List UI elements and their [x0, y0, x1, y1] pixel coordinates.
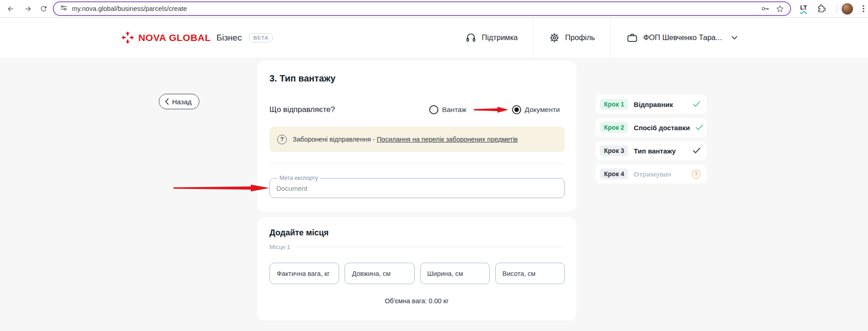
- step-label: Отримувач: [634, 170, 671, 178]
- chevron-left-icon: [165, 98, 169, 105]
- browser-toolbar: my.nova.global/business/parcels/create L…: [0, 0, 868, 18]
- profile-button[interactable]: Профіль: [549, 32, 595, 43]
- url-bar[interactable]: my.nova.global/business/parcels/create: [53, 1, 791, 16]
- place-1-label: Місце 1: [269, 244, 290, 250]
- step-badge: Крок 3: [600, 145, 628, 156]
- languagetool-extension-icon[interactable]: LT: [800, 4, 807, 11]
- length-input[interactable]: [345, 263, 414, 284]
- support-label: Підтримка: [482, 33, 518, 42]
- browser-profile-avatar[interactable]: [842, 3, 853, 15]
- step-3-cargo-type[interactable]: Крок 3 Тип вантажу ?: [595, 141, 707, 160]
- toolbar-divider: [837, 4, 837, 14]
- page-content: Назад 3. Тип вантажу Що відправляєте? Ва…: [0, 57, 868, 331]
- export-purpose-label: Мета експорту: [277, 175, 320, 181]
- place-1-row: Місце 1: [269, 244, 565, 250]
- back-button-label: Назад: [172, 98, 192, 106]
- radio-cargo[interactable]: [429, 105, 438, 114]
- back-icon[interactable]: [5, 4, 15, 14]
- export-purpose-input[interactable]: [270, 178, 564, 198]
- check-icon: [693, 148, 700, 154]
- prohibited-items-link[interactable]: Посилання на перелік заборонених предмет…: [377, 136, 518, 143]
- radio-cargo-label[interactable]: Вантаж: [442, 106, 466, 114]
- nav-divider: [610, 18, 611, 57]
- step-badge: Крок 4: [600, 168, 628, 179]
- step-badge: Крок 1: [600, 99, 628, 110]
- site-info-icon[interactable]: [60, 4, 67, 13]
- radio-documents[interactable]: [512, 105, 521, 114]
- back-button[interactable]: Назад: [159, 94, 199, 109]
- app-header: NOVA GLOBAL Бізнес BETA Підтримка Профіл…: [0, 18, 868, 57]
- forward-icon[interactable]: [23, 4, 33, 14]
- briefcase-icon: [626, 32, 638, 44]
- account-label: ФОП Шевченко Тара...: [643, 33, 722, 42]
- headset-icon: [465, 32, 477, 43]
- step-status-icon: ?: [692, 170, 700, 178]
- extensions-puzzle-icon[interactable]: [817, 4, 826, 15]
- send-type-question: Що відправляєте?: [269, 105, 335, 114]
- radio-documents-label[interactable]: Документи: [525, 106, 560, 114]
- question-circle-icon: ?: [277, 135, 287, 144]
- cargo-card-title: 3. Тип вантажу: [269, 73, 335, 84]
- profile-label: Профіль: [565, 33, 595, 42]
- steps-sidebar: Крок 1 Відправник ? Крок 2 Спосіб достав…: [595, 95, 707, 188]
- password-key-icon[interactable]: [760, 4, 770, 14]
- step-label: Відправник: [634, 101, 673, 108]
- step-status-icon: ?: [695, 124, 703, 131]
- step-status-icon: ?: [693, 148, 700, 154]
- dimension-inputs: [269, 263, 565, 284]
- step-4-receiver[interactable]: Крок 4 Отримувач ?: [595, 164, 707, 183]
- nova-global-move-icon: [122, 31, 134, 44]
- section-divider: [269, 163, 565, 163]
- beta-badge: BETA: [249, 33, 273, 42]
- question-pending-icon: ?: [692, 170, 700, 178]
- check-icon: [695, 124, 703, 131]
- height-input[interactable]: [495, 263, 565, 284]
- places-card-title: Додайте місця: [269, 228, 329, 238]
- bookmark-star-icon[interactable]: [775, 4, 785, 14]
- step-status-icon: ?: [693, 101, 700, 107]
- width-input[interactable]: [420, 263, 490, 284]
- step-label: Спосіб доставки: [634, 124, 690, 132]
- chevron-down-icon: [731, 36, 737, 40]
- header-nav: Підтримка Профіль ФОП Шевченко Тара...: [465, 18, 737, 57]
- red-arrow-annotation: [474, 107, 508, 113]
- cargo-type-card: 3. Тип вантажу Що відправляєте? Вантаж Д…: [257, 61, 576, 212]
- actual-weight-input[interactable]: [269, 263, 339, 284]
- red-arrow-annotation: [173, 184, 269, 192]
- step-1-sender[interactable]: Крок 1 Відправник ?: [595, 95, 707, 114]
- step-2-delivery-method[interactable]: Крок 2 Спосіб доставки ?: [595, 118, 707, 137]
- nav-divider: [533, 18, 533, 57]
- place-divider-line: [296, 247, 565, 247]
- support-button[interactable]: Підтримка: [465, 32, 518, 43]
- browser-menu-icon[interactable]: [859, 4, 868, 15]
- volume-weight-text: Об'ємна вага: 0.00 кг: [257, 297, 576, 305]
- send-type-options: Вантаж Документи: [429, 105, 560, 114]
- gear-icon: [549, 32, 560, 43]
- check-icon: [693, 101, 700, 107]
- reload-icon[interactable]: [39, 4, 49, 14]
- banner-text: Заборонені відправлення - Посилання на п…: [293, 136, 518, 143]
- send-type-row: Що відправляєте? Вантаж Документи: [269, 104, 560, 115]
- places-card: Додайте місця Місце 1 Об'ємна вага: 0.00…: [257, 217, 576, 321]
- step-badge: Крок 2: [600, 122, 628, 133]
- account-menu[interactable]: ФОП Шевченко Тара...: [626, 32, 737, 44]
- prohibited-items-banner: ? Заборонені відправлення - Посилання на…: [269, 127, 565, 152]
- export-purpose-field[interactable]: Мета експорту: [269, 178, 565, 198]
- product-name: Бізнес: [216, 33, 242, 43]
- step-label: Тип вантажу: [634, 147, 675, 155]
- brand-logo[interactable]: NOVA GLOBAL Бізнес BETA: [122, 18, 273, 57]
- url-text: my.nova.global/business/parcels/create: [72, 5, 187, 12]
- logo-text: NOVA GLOBAL: [138, 32, 211, 43]
